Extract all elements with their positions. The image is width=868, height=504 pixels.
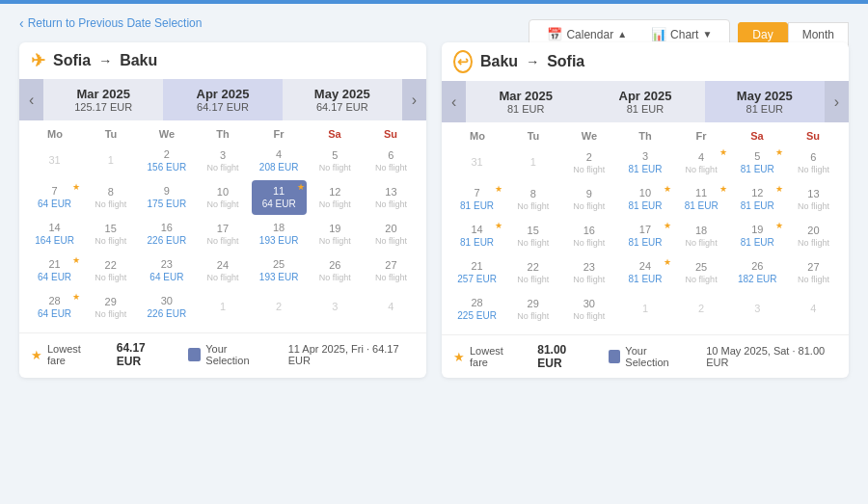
day-cell-3-4[interactable]: 25No flight (674, 255, 729, 290)
no-flight-label: No flight (798, 238, 829, 248)
day-cell-4-2[interactable]: 30226 EUR (139, 290, 194, 325)
day-cell-1-3[interactable]: ★1081 EUR (617, 182, 672, 217)
day-cell-4-5[interactable]: 3 (308, 290, 363, 325)
day-cell-3-2[interactable]: 23No flight (561, 255, 616, 290)
outbound-dh-6: Su (363, 128, 419, 140)
day-cell-2-1[interactable]: 15No flight (83, 217, 138, 252)
day-cell-3-0[interactable]: ★2164 EUR (27, 253, 82, 288)
day-cell-2-0[interactable]: 14164 EUR (27, 217, 82, 252)
day-number: 22 (105, 259, 117, 272)
day-cell-3-0[interactable]: 21257 EUR (449, 255, 504, 290)
day-cell-1-3[interactable]: 10No flight (195, 180, 250, 215)
outbound-month-price-2: 64.17 EUR (286, 101, 398, 113)
day-cell-1-2[interactable]: 9175 EUR (139, 180, 194, 215)
outbound-prev-btn[interactable]: ‹ (19, 79, 43, 120)
day-cell-0-2[interactable]: 2156 EUR (139, 144, 194, 178)
day-cell-0-2[interactable]: 2No flight (561, 146, 616, 180)
inbound-plane-icon: ↩ (453, 50, 473, 73)
day-cell-0-5[interactable]: 5No flight (308, 144, 363, 178)
inbound-next-btn[interactable]: › (825, 81, 849, 122)
outbound-month-0[interactable]: Mar 2025 125.17 EUR (43, 79, 163, 120)
day-cell-0-4[interactable]: 4208 EUR (252, 144, 307, 178)
day-cell-0-1[interactable]: 1 (505, 146, 560, 180)
day-cell-2-3[interactable]: ★1781 EUR (617, 219, 672, 253)
day-cell-1-2[interactable]: 9No flight (561, 182, 616, 217)
day-number: 30 (583, 298, 595, 310)
day-cell-0-3[interactable]: 381 EUR (617, 146, 672, 180)
day-cell-4-3[interactable]: 1 (617, 292, 672, 327)
inbound-month-1[interactable]: Apr 2025 81 EUR (585, 81, 705, 122)
day-cell-4-1[interactable]: 29No flight (505, 292, 560, 327)
day-price: 182 EUR (738, 274, 777, 285)
inbound-prev-btn[interactable]: ‹ (442, 81, 466, 122)
day-cell-1-1[interactable]: 8No flight (505, 182, 560, 217)
star-icon: ★ (72, 292, 80, 302)
inbound-dh-0: Mo (449, 130, 505, 142)
day-cell-3-1[interactable]: 22No flight (505, 255, 560, 290)
day-cell-4-0[interactable]: ★2864 EUR (27, 290, 82, 325)
day-cell-3-6[interactable]: 27No flight (786, 255, 841, 290)
day-cell-3-6[interactable]: 27No flight (364, 253, 419, 288)
day-number: 3 (220, 149, 226, 162)
day-cell-0-0[interactable]: 31 (449, 146, 504, 180)
chart-view-btn[interactable]: 📊 Chart ▼ (643, 24, 719, 44)
day-cell-4-2[interactable]: 30No flight (561, 292, 616, 327)
inbound-month-2[interactable]: May 2025 81 EUR (705, 81, 825, 122)
day-cell-0-4[interactable]: ★4No flight (674, 146, 729, 180)
day-cell-1-6[interactable]: 13No flight (786, 182, 841, 217)
day-cell-4-5[interactable]: 3 (730, 292, 785, 327)
day-cell-1-4[interactable]: ★1181 EUR (674, 182, 729, 217)
day-cell-2-4[interactable]: 18No flight (674, 219, 729, 253)
day-cell-1-6[interactable]: 13No flight (364, 180, 419, 215)
day-cell-3-3[interactable]: ★2481 EUR (617, 255, 672, 290)
day-cell-2-6[interactable]: 20No flight (786, 219, 841, 253)
day-cell-3-5[interactable]: 26182 EUR (730, 255, 785, 290)
day-cell-2-4[interactable]: 18193 EUR (252, 217, 307, 252)
calendar-view-btn[interactable]: 📅 Calendar ▲ (539, 24, 635, 44)
no-flight-label: No flight (375, 236, 407, 246)
day-cell-3-3[interactable]: 24No flight (195, 253, 250, 288)
outbound-month-1[interactable]: Apr 2025 64.17 EUR (163, 79, 283, 120)
day-cell-2-2[interactable]: 16226 EUR (139, 217, 194, 252)
day-cell-0-6[interactable]: 6No flight (364, 144, 419, 178)
day-cell-1-5[interactable]: ★1281 EUR (730, 182, 785, 217)
inbound-arrow-icon: → (526, 54, 539, 69)
day-cell-4-4[interactable]: 2 (252, 290, 307, 325)
day-number: 24 (639, 260, 651, 273)
day-price: 164 EUR (35, 235, 74, 247)
day-cell-4-0[interactable]: 28225 EUR (449, 292, 504, 327)
outbound-month-2[interactable]: May 2025 64.17 EUR (283, 79, 402, 120)
day-cell-4-1[interactable]: 29No flight (83, 290, 138, 325)
day-cell-1-4[interactable]: ★1164 EUR (252, 180, 307, 215)
day-cell-3-4[interactable]: 25193 EUR (252, 253, 307, 288)
day-cell-2-0[interactable]: ★1481 EUR (449, 219, 504, 253)
day-cell-1-0[interactable]: ★781 EUR (449, 182, 504, 217)
day-cell-2-3[interactable]: 17No flight (195, 217, 250, 252)
day-cell-0-5[interactable]: ★581 EUR (730, 146, 785, 180)
day-cell-2-1[interactable]: 15No flight (505, 219, 560, 253)
day-cell-2-5[interactable]: ★1981 EUR (730, 219, 785, 253)
day-cell-4-4[interactable]: 2 (674, 292, 729, 327)
day-cell-1-5[interactable]: 12No flight (308, 180, 363, 215)
day-cell-1-0[interactable]: ★764 EUR (27, 180, 82, 215)
no-flight-label: No flight (798, 275, 829, 284)
outbound-dh-3: Th (195, 128, 251, 140)
day-cell-3-1[interactable]: 22No flight (83, 253, 138, 288)
week-row-0: 3112156 EUR3No flight4208 EUR5No flight6… (27, 144, 419, 178)
day-cell-2-2[interactable]: 16No flight (561, 219, 616, 253)
day-cell-3-5[interactable]: 26No flight (308, 253, 363, 288)
day-price: 81 EUR (628, 164, 662, 175)
day-cell-1-1[interactable]: 8No flight (83, 180, 138, 215)
day-cell-0-6[interactable]: 6No flight (786, 146, 841, 180)
day-cell-2-6[interactable]: 20No flight (364, 217, 419, 252)
day-cell-4-6[interactable]: 4 (364, 290, 419, 325)
inbound-month-0[interactable]: Mar 2025 81 EUR (466, 81, 585, 122)
day-cell-3-2[interactable]: 2364 EUR (139, 253, 194, 288)
outbound-month-name-2: May 2025 (286, 87, 398, 101)
day-cell-4-6[interactable]: 4 (786, 292, 841, 327)
day-cell-4-3[interactable]: 1 (195, 290, 250, 325)
outbound-next-btn[interactable]: › (402, 79, 426, 120)
day-cell-2-5[interactable]: 19No flight (308, 217, 363, 252)
day-number: 16 (161, 222, 173, 234)
day-cell-0-3[interactable]: 3No flight (195, 144, 250, 178)
